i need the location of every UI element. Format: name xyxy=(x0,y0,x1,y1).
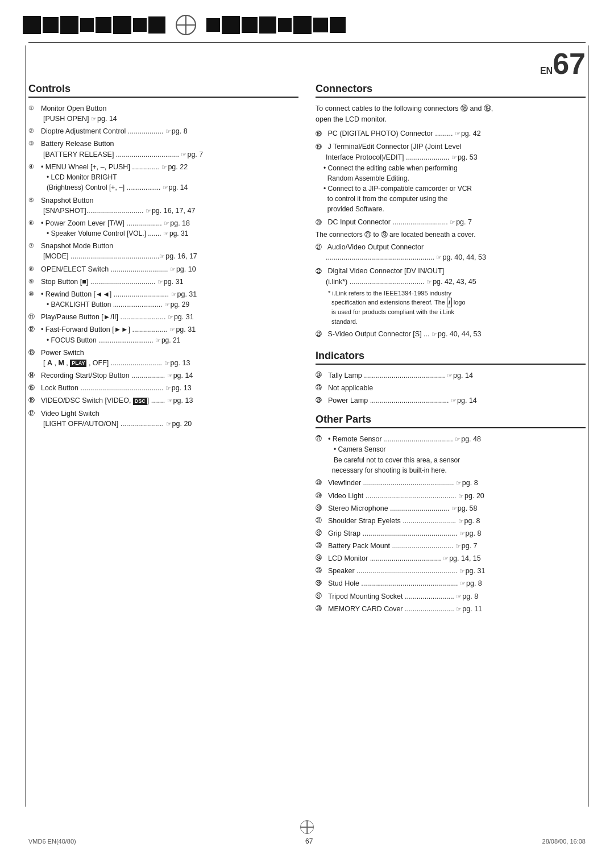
controls-title: Controls xyxy=(28,83,298,98)
item-number: ⑮ xyxy=(28,383,39,393)
item-number: ⑪ xyxy=(28,312,39,322)
ilink-note: * i.Link refers to the IEEE1394-1995 ind… xyxy=(316,289,586,327)
item-number: ㉘ xyxy=(316,478,326,487)
other-item-37: ㊲ Tripod Mounting Socket ...............… xyxy=(316,591,586,602)
item-content: Video Light Switch [LIGHT OFF/AUTO/ON] .… xyxy=(41,408,298,429)
item-content: Monitor Open Button [PUSH OPEN] pg. 14 xyxy=(41,103,298,124)
item-number: ㉞ xyxy=(316,554,326,563)
other-item-38: ㊳ MEMORY CARD Cover ....................… xyxy=(316,604,586,614)
item-number: ㉝ xyxy=(316,541,326,550)
item-sub: [BATTERY RELEASE] ......................… xyxy=(41,151,203,158)
item-sub: • Speaker Volume Control [VOL.] ....... … xyxy=(41,229,188,237)
other-item-27: ㉗ • Remote Sensor ......................… xyxy=(316,434,586,475)
item-sub: • LCD Monitor BRIGHT xyxy=(41,173,117,181)
item-number: ㊱ xyxy=(316,579,326,588)
power-lamp-label: Power Lamp .............................… xyxy=(328,395,477,406)
item-number: ㉚ xyxy=(316,504,326,513)
right-margin-line xyxy=(588,45,589,807)
connectors-cover-note: The connectors ㉑ to ㉓ are located beneat… xyxy=(316,231,586,239)
controls-list: ① Monitor Open Button [PUSH OPEN] pg. 14… xyxy=(28,103,298,429)
item-number: ③ xyxy=(28,139,39,148)
header-sq-4 xyxy=(80,18,94,32)
item-number: ⑭ xyxy=(28,371,39,380)
connector-item-18: ⑱ PC (DIGITAL PHOTO) Connector .........… xyxy=(316,128,586,139)
item-number: ⑧ xyxy=(28,265,39,274)
item-sub: [LIGHT OFF/AUTO/ON] ....................… xyxy=(41,420,192,428)
item-content: Recording Start/Stop Button ............… xyxy=(41,370,298,381)
connector-ref: (i.link*) ..............................… xyxy=(316,278,476,286)
item-number: ㉜ xyxy=(316,529,326,538)
list-item: ④ • MENU Wheel [+, –, PUSH] ............… xyxy=(28,162,298,193)
item-number: ㉛ xyxy=(316,516,326,525)
other-item-33: ㉝ Battery Pack Mount ...................… xyxy=(316,541,586,551)
video-light-switch-label: Video Light Switch xyxy=(41,410,99,418)
footer: VMD6 EN(40/80) 67 28/08/00, 16:08 xyxy=(28,837,586,845)
header-sq-8 xyxy=(148,16,165,34)
item-number: ⑱ xyxy=(316,129,326,139)
item-content: • MENU Wheel [+, –, PUSH] ..............… xyxy=(41,162,298,193)
header-sq-r2 xyxy=(222,16,240,34)
item-number: ⑳ xyxy=(316,218,326,227)
item-number: ㉙ xyxy=(316,491,326,500)
indicator-item-25: ㉕ Not applicable xyxy=(316,383,586,393)
indicators-section: Indicators ㉔ Tally Lamp ................… xyxy=(316,350,586,406)
item-content: Play/Pause Button [►/II] ...............… xyxy=(41,312,298,322)
connector-item-22: ㉒ Digital Video Connector [DV IN/OUT] (i… xyxy=(316,266,586,326)
list-item: ⑪ Play/Pause Button [►/II] .............… xyxy=(28,312,298,322)
list-item: ⑭ Recording Start/Stop Button ..........… xyxy=(28,370,298,381)
header-squares-right xyxy=(206,16,346,34)
list-item: ⑯ VIDEO/DSC Switch [VIDEO, DSC] ....... … xyxy=(28,395,298,406)
edit-cable-note: Connect the editing cable when performin… xyxy=(328,164,458,172)
header-sq-r4 xyxy=(259,16,276,34)
speaker-label: Speaker ................................… xyxy=(328,566,485,576)
item-number: ⑲ xyxy=(316,142,326,152)
item-sub: • FOCUS Button .........................… xyxy=(41,336,180,344)
item-number: ㉖ xyxy=(316,396,326,405)
list-item: ⑨ Stop Button [■] ......................… xyxy=(28,277,298,287)
item-content: VIDEO/DSC Switch [VIDEO, DSC] ....... pg… xyxy=(41,395,298,406)
other-item-32: ㉜ Grip Strap ...........................… xyxy=(316,528,586,539)
item-number: ㉟ xyxy=(316,566,326,575)
item-sub: (Brightness) Control [+, –] ............… xyxy=(41,183,188,191)
list-item: ⑫ • Fast-Forward Button [►►] ...........… xyxy=(28,324,298,345)
tripod-socket-label: Tripod Mounting Socket .................… xyxy=(328,591,478,602)
header-bar xyxy=(0,0,614,40)
footer-page-number: 67 xyxy=(305,837,313,845)
header-squares-left xyxy=(23,16,165,34)
connector-item-19: ⑲ J Terminal/Edit Connector [JIP (Joint … xyxy=(316,141,586,214)
connector-item-23: ㉓ S-Video Output Connector [S] ... pg. 4… xyxy=(316,329,586,340)
battery-pack-mount-label: Battery Pack Mount .....................… xyxy=(328,541,478,551)
item-number: ① xyxy=(28,104,39,113)
asterisk-note: * i.Link refers to the IEEE1394-1995 ind… xyxy=(323,289,586,327)
header-sq-r6 xyxy=(293,16,312,34)
indicators-title: Indicators xyxy=(316,350,586,365)
item-number: ㉑ xyxy=(316,243,326,252)
item-sub: [ A , M , PLAY , OFF] ..................… xyxy=(41,359,190,367)
other-parts-title: Other Parts xyxy=(316,414,586,428)
indicator-item-24: ㉔ Tally Lamp ...........................… xyxy=(316,370,586,381)
item-number: ② xyxy=(28,127,39,136)
header-sq-r3 xyxy=(242,17,258,33)
left-margin-line xyxy=(25,45,26,807)
item-number: ④ xyxy=(28,162,39,172)
stud-hole-label: Stud Hole ..............................… xyxy=(328,578,482,589)
item-content: Snapshot Button [SNAPSHOT]..............… xyxy=(41,195,298,216)
page-number: 67 xyxy=(553,47,586,80)
item-content: Power Switch [ A , M , PLAY , OFF] .....… xyxy=(41,348,298,368)
item-content: • Fast-Forward Button [►►] .............… xyxy=(41,324,298,345)
right-column: Connectors To connect cables to the foll… xyxy=(316,83,586,616)
footer-crosshair xyxy=(300,820,314,834)
connectors-title: Connectors xyxy=(316,83,586,98)
item-content: Dioptre Adjustment Control .............… xyxy=(41,126,298,136)
item-number: ㉒ xyxy=(316,266,326,276)
connector-sublabel: Interface Protocol)/EDIT] ..............… xyxy=(316,153,478,161)
item-content: OPEN/ELECT Switch ......................… xyxy=(41,264,298,274)
item-number: ㉔ xyxy=(316,371,326,380)
indicator-item-26: ㉖ Power Lamp ...........................… xyxy=(316,395,586,406)
header-sq-r7 xyxy=(313,18,328,32)
item-number: ⑯ xyxy=(28,396,39,405)
item-number: ⑤ xyxy=(28,196,39,205)
header-sq-6 xyxy=(113,16,131,34)
list-item: ① Monitor Open Button [PUSH OPEN] pg. 14 xyxy=(28,103,298,124)
tally-lamp-label: Tally Lamp .............................… xyxy=(328,370,473,381)
